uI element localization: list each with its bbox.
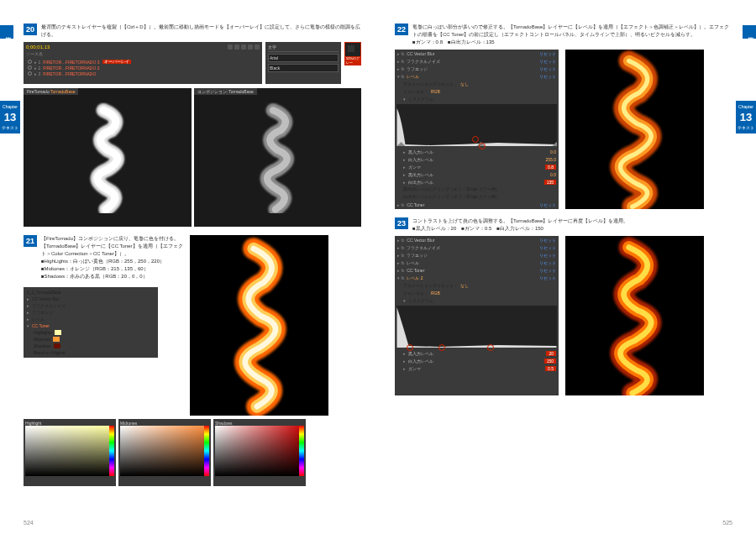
tool-icon[interactable]	[255, 44, 260, 50]
clip-row[interactable]: 白出力レベルにクリップ（オフ：32 bpc カラー用）	[395, 193, 559, 201]
reset-link[interactable]: リセット	[539, 51, 556, 56]
reset-link[interactable]: リセット	[539, 260, 556, 265]
reset-link[interactable]: リセット	[539, 66, 556, 71]
chapter-number: 13	[0, 111, 20, 123]
fx-row[interactable]: ▸ラフエッジ	[25, 309, 156, 316]
side-tab-right: 作例編	[743, 25, 756, 39]
visibility-icon[interactable]	[28, 65, 32, 70]
param-value[interactable]: 0.8	[545, 165, 556, 170]
reset-link[interactable]: リセット	[539, 245, 556, 250]
highlight-spec: ■HighLights：白っぽい黄色（RGB：255，250，220）	[41, 259, 165, 264]
reset-link[interactable]: リセット	[539, 202, 556, 207]
fire-tornado-render	[565, 236, 704, 395]
param-row[interactable]: ▸白入力レベル255.0	[395, 155, 559, 163]
fx-row[interactable]: ▾ fxレベル 2リセット	[395, 274, 559, 281]
reset-link[interactable]: リセット	[539, 253, 556, 258]
hue-slider[interactable]	[109, 426, 114, 476]
param-row[interactable]: ▸ガンマ0.5	[395, 364, 559, 372]
param-row[interactable]: ▸黒出力レベル0.0	[395, 170, 559, 178]
param-value[interactable]: 20	[546, 351, 556, 356]
reset-link[interactable]: リセット	[539, 275, 556, 280]
swatch-highlight[interactable]	[55, 330, 61, 335]
fill-swatch[interactable]: 50%のグレー	[344, 42, 361, 65]
param-row[interactable]: ▸黒入力レベル0.0	[395, 148, 559, 155]
visibility-icon[interactable]	[28, 71, 32, 76]
fx-row[interactable]: ▸ fxラフエッジリセット	[395, 65, 559, 72]
fx-row[interactable]: ▸フラクタルノイズ	[25, 302, 156, 309]
fx-row[interactable]: ▸ fxCC Vector Blurリセット	[395, 236, 559, 243]
timeline-row[interactable]: ▸ 1FIRETOR…FIRETORNADO 3オーバーレイ	[26, 59, 260, 65]
channel-row[interactable]: チャンネル：RGB	[395, 87, 559, 95]
swatch-shadow[interactable]	[54, 343, 60, 348]
picker-gradient[interactable]	[120, 426, 209, 476]
fx-row[interactable]: ▸ fxレベルリセット	[395, 259, 559, 266]
fx-row-ccToner[interactable]: ▾CC Toner	[25, 322, 156, 329]
fx-row[interactable]: ▸ fxラフエッジリセット	[395, 251, 559, 259]
ct-shadow-row[interactable]: Shadows	[25, 343, 156, 349]
reset-link[interactable]: リセット	[539, 268, 556, 273]
fx-row[interactable]: ▸レベル	[25, 316, 156, 322]
tool-icon[interactable]	[241, 44, 246, 50]
step-text: 竜巻に白っぽい部分が多いので修正する。【TornadoBase】レイヤーに【レベ…	[412, 24, 732, 46]
tool-icon[interactable]	[234, 44, 239, 50]
channel-value: RGB	[431, 291, 440, 296]
chapter-number: 13	[736, 111, 756, 123]
timeline-row[interactable]: ▸ 2FIRETOR…FIRETORNADO 2	[26, 65, 260, 71]
picker-gradient[interactable]	[25, 426, 114, 476]
fx-name: レベル 2	[407, 275, 537, 280]
visibility-icon[interactable]	[28, 60, 32, 64]
reset-link[interactable]: リセット	[539, 238, 556, 243]
param-value[interactable]: 0.0	[550, 149, 556, 154]
hue-slider[interactable]	[299, 426, 304, 476]
step-20: 20 最背面のテキストレイヤーを複製（【Ctrl＋D】）。最前面に移動し描画モー…	[24, 24, 361, 39]
timeline-row[interactable]: ▸ 3FIRETOR…FIRETORNADO	[26, 71, 260, 76]
param-value[interactable]: 150	[544, 359, 556, 364]
param-row[interactable]: ▸白入力レベル150	[395, 357, 559, 364]
anim-preset-row[interactable]: アニメーションプリセット：なし	[395, 80, 559, 87]
font-style-select[interactable]: Black	[268, 64, 339, 72]
param-value[interactable]: 0.5	[545, 366, 556, 371]
channel-label: チャンネル：	[403, 291, 428, 296]
tool-icon[interactable]	[248, 44, 253, 50]
clip-row[interactable]: 黒出力レベルにクリップ（オフ：32 bpc カラー用）	[395, 186, 559, 193]
fx-name: CC Vector Blur	[407, 238, 537, 243]
tool-icon[interactable]	[228, 44, 233, 50]
swatch-midtone[interactable]	[53, 337, 60, 342]
param-row[interactable]: ▸ガンマ0.8	[395, 163, 559, 170]
hue-slider[interactable]	[204, 426, 209, 476]
param-value[interactable]: 0.0	[550, 172, 556, 177]
fx-row[interactable]: ▾ fxレベルリセット	[395, 72, 559, 80]
fx-row[interactable]: ▸ fxフラクタルノイズリセット	[395, 57, 559, 65]
fx-row[interactable]: ▸ fxCC Tonerリセット	[395, 201, 559, 208]
font-select[interactable]: Arial	[268, 54, 339, 62]
anim-value: なし	[460, 283, 469, 288]
param-value[interactable]: 255.0	[545, 157, 556, 162]
reset-link[interactable]: リセット	[539, 74, 556, 79]
cc-toner-panel: 1_1_TornadoBase ▸CC Vector Blur ▸フラクタルノイ…	[24, 287, 158, 358]
view-tab[interactable]: FireTornado TornadoBase	[24, 88, 78, 95]
source-column-header: ソース名	[26, 51, 260, 56]
fx-row[interactable]: ▸ fxフラクタルノイズリセット	[395, 243, 559, 251]
picker-gradient[interactable]	[215, 426, 304, 476]
color-picker-midtone[interactable]: Midtones	[118, 419, 211, 486]
step21-block: 21 【FireTornado】コンポジションに戻り、竜巻に色を付ける。【Tor…	[24, 235, 361, 416]
param-row[interactable]: ▸黒入力レベル20	[395, 349, 559, 357]
ct-highlight-row[interactable]: Highlights	[25, 329, 156, 336]
page-number-left: 524	[24, 520, 34, 526]
ct-midtone-row[interactable]: Midtones	[25, 336, 156, 343]
param-row[interactable]: ▸白出力レベル135	[395, 178, 559, 186]
grey-tornado-render	[218, 102, 336, 213]
param-value[interactable]: 135	[544, 180, 556, 185]
channel-row[interactable]: チャンネル：RGB	[395, 289, 559, 296]
fx-row[interactable]: ▸ fxCC Tonerリセット	[395, 266, 559, 274]
reset-link[interactable]: リセット	[539, 59, 556, 64]
color-picker-highlight[interactable]: Highlight	[24, 419, 116, 486]
fx-row[interactable]: ▸ fxCC Vector Blurリセット	[395, 50, 559, 57]
fx-row[interactable]: ▸CC Vector Blur	[25, 296, 156, 302]
character-tab[interactable]: 文字	[268, 44, 339, 52]
color-picker-shadow[interactable]: Shadows	[213, 419, 306, 486]
step20-panels: 0;00;01;13 ソース名 ▸ 1FIRETOR…FIRETORNADO 3…	[24, 42, 361, 86]
anim-preset-row[interactable]: アニメーションプリセット：なし	[395, 281, 559, 289]
view-tab[interactable]: コンポジション: TornadoBase	[194, 88, 257, 95]
ct-blend-row[interactable]: Blend w. Original	[25, 349, 156, 356]
